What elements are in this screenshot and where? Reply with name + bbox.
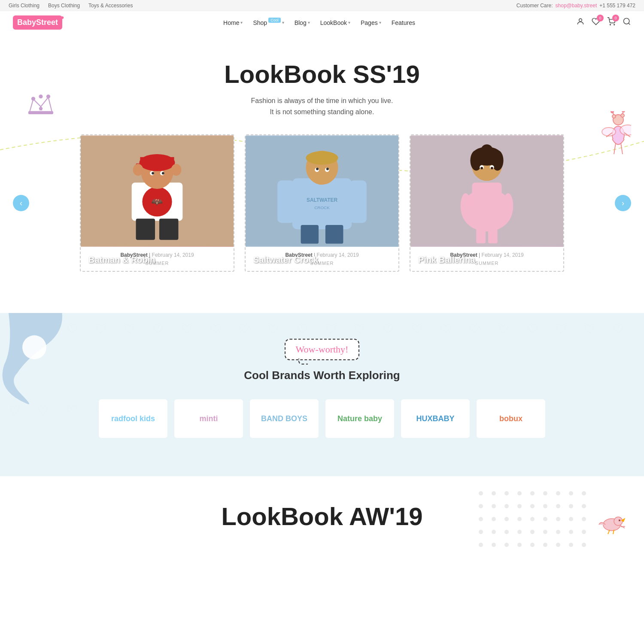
wishlist-button[interactable]: 0 (592, 17, 600, 28)
brands-bg-pattern: ♡ ♡ ♡ ♡ ♡ ♡ ♡ ♡ ♡ ♡ ♡ ♡ ♡ ♡ ♡ ♡ ♡ ♡ ♡ ♡ … (0, 313, 644, 476)
nav-home[interactable]: Home ▾ (223, 19, 243, 26)
account-icon (576, 17, 585, 26)
hero-subtitle: Fashion is always of the time in which y… (9, 95, 635, 117)
svg-rect-51 (277, 180, 295, 223)
svg-point-111 (517, 543, 522, 547)
svg-point-115 (569, 543, 573, 547)
svg-point-38 (171, 164, 182, 176)
wishlist-count: 0 (597, 15, 604, 21)
brand-bobux-name: bobux (499, 414, 522, 423)
nav-blog[interactable]: Blog ▾ (295, 19, 310, 26)
svg-point-114 (556, 543, 560, 547)
brand-bandboys-name: BAND BOYS (261, 414, 307, 423)
svg-rect-57 (472, 182, 501, 212)
top-link-boys[interactable]: Boys Clothing (48, 3, 80, 9)
svg-rect-40 (159, 219, 179, 240)
svg-point-35 (152, 172, 154, 175)
nav-shop[interactable]: Shop Cool ▾ (253, 19, 284, 26)
svg-point-64 (481, 144, 493, 156)
brand-minti-name: minti (200, 414, 218, 423)
svg-rect-42 (292, 179, 352, 230)
header-icons: 0 0 (576, 17, 631, 28)
svg-point-72 (479, 491, 483, 495)
svg-rect-69 (476, 227, 486, 243)
card-img-ballerina (410, 135, 563, 247)
svg-point-59 (503, 193, 513, 219)
card-label-ballerina: Pink Ballerina (418, 255, 475, 265)
brand-bobux[interactable]: bobux (477, 399, 545, 438)
svg-point-37 (133, 164, 143, 176)
svg-point-108 (479, 543, 483, 547)
lookbook-cards-container: 🦇 (9, 134, 635, 272)
hearts-pattern (0, 313, 644, 476)
brands-section: ♡ ♡ ♡ ♡ ♡ ♡ ♡ ♡ ♡ ♡ ♡ ♡ ♡ ♡ ♡ ♡ ♡ ♡ ♡ ♡ … (0, 313, 644, 476)
top-bar: Girls Clothing Boys Clothing Toys & Acce… (0, 0, 644, 11)
home-arrow-icon: ▾ (240, 20, 243, 25)
card-label-saltwater: Saltwater Crock (253, 255, 318, 265)
svg-rect-31 (140, 157, 174, 166)
top-bar-right: Customer Care: shop@baby.street +1 555 1… (516, 3, 635, 9)
svg-point-0 (579, 18, 582, 21)
brands-section-title: Cool Brands Worth Exploring (9, 369, 635, 382)
logo[interactable]: BabyStreet (13, 15, 62, 30)
nav-pages[interactable]: Pages ▾ (361, 19, 381, 26)
svg-point-110 (504, 543, 509, 547)
card-saltwater: SALTWATER CROCK (245, 134, 399, 272)
svg-text:🦇: 🦇 (152, 196, 164, 207)
top-bar-links: Girls Clothing Boys Clothing Toys & Acce… (9, 3, 133, 9)
pages-arrow-icon: ▾ (379, 20, 381, 25)
svg-point-116 (582, 543, 586, 547)
blob-icon (0, 313, 150, 407)
cart-count: 0 (612, 15, 619, 21)
svg-point-79 (569, 491, 573, 495)
svg-point-58 (461, 193, 471, 219)
brands-grid: radfool kids minti BAND BOYS Nature baby… (9, 399, 635, 438)
svg-point-46 (306, 151, 338, 165)
wow-worthy-badge: Wow-worthy! (285, 339, 360, 360)
svg-point-113 (543, 543, 547, 547)
svg-rect-54 (325, 225, 343, 244)
shop-arrow-icon: ▾ (282, 20, 284, 25)
svg-point-74 (504, 491, 509, 495)
svg-point-80 (582, 491, 586, 495)
brand-radfool-name: radfool kids (111, 414, 155, 423)
customer-email[interactable]: shop@baby.street (556, 3, 597, 9)
brand-radfool[interactable]: radfool kids (99, 399, 167, 438)
customer-care-label: Customer Care: (516, 3, 553, 9)
hero-title: LookBook SS'19 (9, 60, 635, 88)
lookbook-carousel: ‹ 🦇 (9, 134, 635, 272)
lookbook2-section: LookBook AW'19 (0, 476, 644, 548)
top-link-girls[interactable]: Girls Clothing (9, 3, 39, 9)
brand-naturebaby-name: Nature baby (337, 414, 382, 423)
nav-lookbook[interactable]: LookBook ▾ (320, 19, 350, 26)
svg-point-76 (530, 491, 535, 495)
svg-point-3 (623, 18, 629, 24)
card-batman: 🦇 (80, 134, 234, 272)
lookbook-arrow-icon: ▾ (348, 20, 350, 25)
brand-minti[interactable]: minti (174, 399, 243, 438)
account-button[interactable] (576, 17, 585, 28)
nav-features[interactable]: Features (392, 19, 415, 26)
carousel-next-button[interactable]: › (615, 195, 631, 211)
svg-point-73 (492, 491, 496, 495)
blob-decoration (0, 313, 150, 409)
svg-point-75 (517, 491, 522, 495)
svg-point-71 (22, 335, 46, 359)
svg-point-78 (556, 491, 560, 495)
svg-point-2 (614, 24, 615, 25)
svg-rect-53 (301, 225, 319, 244)
brand-bandboys[interactable]: BAND BOYS (250, 399, 319, 438)
search-button[interactable] (623, 17, 631, 28)
svg-point-1 (610, 24, 611, 25)
lookbook2-title: LookBook AW'19 (9, 502, 635, 531)
card-label-batman: Batman & Robin (88, 255, 155, 265)
brand-huxbaby[interactable]: HUXBABY (401, 399, 470, 438)
svg-point-112 (530, 543, 535, 547)
svg-point-68 (491, 167, 493, 170)
ballerina-illustration (410, 135, 563, 247)
svg-rect-70 (488, 227, 498, 243)
brand-naturebaby[interactable]: Nature baby (325, 399, 394, 438)
cart-button[interactable]: 0 (607, 17, 616, 28)
top-link-toys[interactable]: Toys & Accessories (88, 3, 133, 9)
carousel-prev-button[interactable]: ‹ (13, 195, 29, 211)
